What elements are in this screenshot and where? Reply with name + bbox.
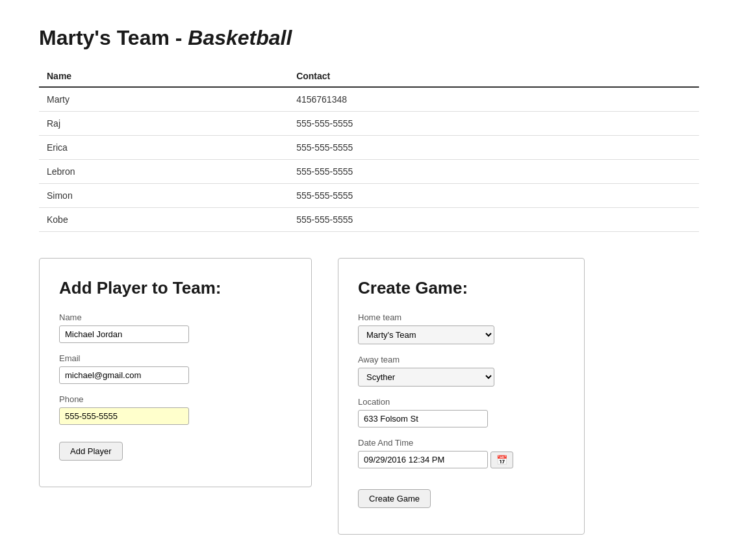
home-team-group: Home team Marty's TeamScyther bbox=[358, 312, 565, 344]
add-player-button[interactable]: Add Player bbox=[59, 442, 123, 461]
add-player-title: Add Player to Team: bbox=[59, 278, 292, 298]
table-row: Raj 555-555-5555 bbox=[39, 112, 699, 136]
location-label: Location bbox=[358, 397, 565, 407]
create-game-button[interactable]: Create Game bbox=[358, 489, 431, 508]
player-contact-cell: 555-555-5555 bbox=[288, 112, 699, 136]
datetime-group: Date And Time 📅 bbox=[358, 438, 565, 468]
player-name-input[interactable] bbox=[59, 325, 189, 343]
away-team-select[interactable]: Marty's TeamScyther bbox=[358, 368, 494, 387]
player-email-label: Email bbox=[59, 353, 292, 363]
table-row: Erica 555-555-5555 bbox=[39, 136, 699, 160]
datetime-input[interactable] bbox=[358, 451, 488, 468]
panels-container: Add Player to Team: Name Email Phone Add… bbox=[39, 258, 699, 535]
col-contact-header: Contact bbox=[288, 66, 699, 87]
player-name-cell: Simon bbox=[39, 184, 288, 208]
player-contact-cell: 555-555-5555 bbox=[288, 208, 699, 232]
player-name-group: Name bbox=[59, 312, 292, 343]
player-name-label: Name bbox=[59, 312, 292, 322]
home-team-label: Home team bbox=[358, 312, 565, 322]
player-contact-cell: 555-555-5555 bbox=[288, 136, 699, 160]
col-name-header: Name bbox=[39, 66, 288, 87]
home-team-select[interactable]: Marty's TeamScyther bbox=[358, 325, 494, 344]
player-contact-cell: 555-555-5555 bbox=[288, 184, 699, 208]
player-name-cell: Raj bbox=[39, 112, 288, 136]
datetime-label: Date And Time bbox=[358, 438, 565, 448]
location-group: Location bbox=[358, 397, 565, 427]
player-phone-label: Phone bbox=[59, 394, 292, 404]
create-game-panel: Create Game: Home team Marty's TeamScyth… bbox=[338, 258, 585, 535]
player-phone-group: Phone bbox=[59, 394, 292, 425]
away-team-label: Away team bbox=[358, 355, 565, 364]
player-contact-cell: 555-555-5555 bbox=[288, 160, 699, 184]
player-name-cell: Marty bbox=[39, 87, 288, 112]
calendar-button[interactable]: 📅 bbox=[490, 452, 513, 468]
player-name-cell: Kobe bbox=[39, 208, 288, 232]
datetime-wrapper: 📅 bbox=[358, 451, 565, 468]
table-row: Kobe 555-555-5555 bbox=[39, 208, 699, 232]
roster-table: Name Contact Marty 4156761348 Raj 555-55… bbox=[39, 66, 699, 232]
player-phone-input[interactable] bbox=[59, 407, 189, 425]
player-email-group: Email bbox=[59, 353, 292, 384]
title-sport: Basketball bbox=[188, 26, 292, 49]
player-email-input[interactable] bbox=[59, 366, 189, 384]
player-contact-cell: 4156761348 bbox=[288, 87, 699, 112]
table-row: Lebron 555-555-5555 bbox=[39, 160, 699, 184]
away-team-group: Away team Marty's TeamScyther bbox=[358, 355, 565, 387]
table-row: Marty 4156761348 bbox=[39, 87, 699, 112]
player-name-cell: Erica bbox=[39, 136, 288, 160]
create-game-title: Create Game: bbox=[358, 278, 565, 298]
title-main: Marty's Team - bbox=[39, 26, 188, 49]
table-row: Simon 555-555-5555 bbox=[39, 184, 699, 208]
player-name-cell: Lebron bbox=[39, 160, 288, 184]
page-title: Marty's Team - Basketball bbox=[39, 26, 699, 50]
add-player-panel: Add Player to Team: Name Email Phone Add… bbox=[39, 258, 312, 487]
location-input[interactable] bbox=[358, 410, 488, 427]
